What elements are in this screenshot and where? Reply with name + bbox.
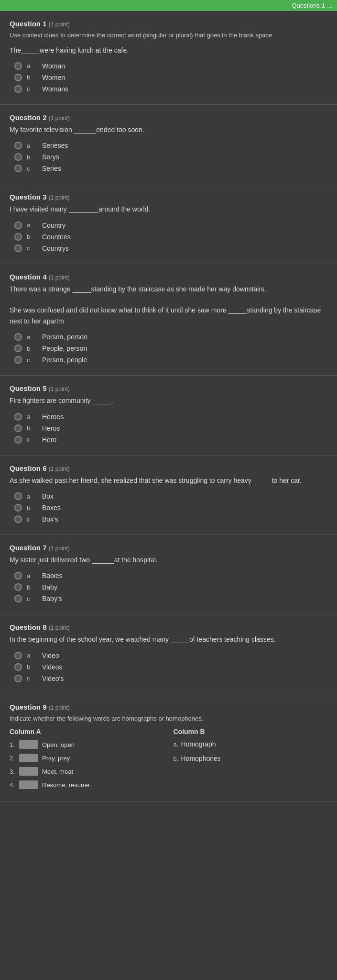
- q9-blank-1[interactable]: [19, 740, 38, 749]
- q3-radio-a[interactable]: [14, 222, 22, 229]
- q4-option-text-c: Person, people: [42, 356, 87, 364]
- q3-points: (1 point): [49, 194, 70, 201]
- q5-radio-a[interactable]: [14, 413, 22, 421]
- q6-radio-a[interactable]: [14, 492, 22, 500]
- q7-title: Question 7 (1 point): [10, 544, 327, 552]
- q3-title: Question 3 (1 point): [10, 193, 327, 201]
- q1-radio-b[interactable]: [14, 74, 22, 81]
- q3-prompt: I have visited many ________around the w…: [10, 204, 327, 214]
- q4-radio-c[interactable]: [14, 356, 22, 364]
- q3-option-b[interactable]: bCountries: [14, 233, 327, 241]
- q2-option-label-c: c: [27, 165, 33, 172]
- q9-answer-label-1: a.: [174, 741, 181, 748]
- q8-option-b[interactable]: bVideos: [14, 663, 327, 671]
- q4-option-text-b: People, person: [42, 345, 87, 352]
- q5-radio-b[interactable]: [14, 424, 22, 432]
- q8-radio-c[interactable]: [14, 675, 22, 682]
- q6-option-b[interactable]: bBoxes: [14, 504, 327, 512]
- q5-title: Question 5 (1 point): [10, 384, 327, 392]
- q7-points: (1 point): [49, 545, 70, 552]
- q1-options: aWomanbWomencWomans: [10, 62, 327, 93]
- q7-option-c[interactable]: cBaby's: [14, 595, 327, 602]
- q9-row-num-4: 4.: [10, 781, 19, 789]
- q8-option-c[interactable]: cVideo's: [14, 675, 327, 682]
- q2-option-c[interactable]: cSeries: [14, 165, 327, 172]
- question-q1-block: Question 1 (1 point)Use context clues to…: [0, 11, 337, 105]
- q6-option-label-c: c: [27, 516, 33, 523]
- q2-option-b[interactable]: bSerys: [14, 153, 327, 161]
- q5-radio-c[interactable]: [14, 436, 22, 444]
- q5-option-text-a: Heroes: [42, 413, 64, 421]
- q7-option-b[interactable]: bBaby: [14, 583, 327, 591]
- q7-option-label-b: b: [27, 584, 33, 591]
- q5-option-b[interactable]: bHeros: [14, 424, 327, 432]
- q2-option-a[interactable]: aSerieses: [14, 142, 327, 149]
- question-q5-block: Question 5 (1 point)Fire fighters are co…: [0, 376, 337, 455]
- q9-answer-text-1: Homograph: [181, 740, 216, 748]
- q4-option-a[interactable]: aPerson, person: [14, 333, 327, 341]
- q3-option-label-c: c: [27, 245, 33, 252]
- q6-number: Question 6: [10, 464, 47, 472]
- q5-option-a[interactable]: aHeroes: [14, 413, 327, 421]
- q3-radio-c[interactable]: [14, 245, 22, 252]
- q3-radio-b[interactable]: [14, 233, 22, 241]
- q2-option-text-b: Serys: [42, 153, 59, 161]
- q1-radio-a[interactable]: [14, 62, 22, 70]
- q8-option-a[interactable]: aVideo: [14, 652, 327, 659]
- q5-option-c[interactable]: cHero: [14, 436, 327, 444]
- q9-column-b: Column B a.Homographb.Homophones: [174, 728, 328, 794]
- question-q2-block: Question 2 (1 point)My favorite televisi…: [0, 105, 337, 184]
- q8-option-text-b: Videos: [42, 663, 63, 671]
- q7-option-text-c: Baby's: [42, 595, 62, 602]
- q2-radio-a[interactable]: [14, 142, 22, 149]
- q3-option-a[interactable]: aCountry: [14, 222, 327, 229]
- q7-radio-b[interactable]: [14, 583, 22, 591]
- q9-row-1: 1.Open, open: [10, 740, 164, 749]
- q6-radio-b[interactable]: [14, 504, 22, 512]
- q9-blank-3[interactable]: [19, 767, 38, 776]
- q8-radio-a[interactable]: [14, 652, 22, 659]
- q4-option-b[interactable]: bPeople, person: [14, 345, 327, 352]
- q6-option-c[interactable]: cBox's: [14, 515, 327, 523]
- q3-option-c[interactable]: cCountrys: [14, 245, 327, 252]
- q3-options: aCountrybCountriescCountrys: [10, 222, 327, 252]
- q8-radio-b[interactable]: [14, 663, 22, 671]
- q4-option-c[interactable]: cPerson, people: [14, 356, 327, 364]
- q9-row-num-3: 3.: [10, 768, 19, 775]
- question-q8-block: Question 8 (1 point)In the beginning of …: [0, 614, 337, 694]
- q9-blank-4[interactable]: [19, 780, 38, 789]
- q7-option-a[interactable]: aBabies: [14, 572, 327, 579]
- q7-radio-c[interactable]: [14, 595, 22, 602]
- q9-answer-text-2: Homophones: [181, 755, 221, 762]
- q4-option-label-c: c: [27, 356, 33, 364]
- q2-number: Question 2: [10, 113, 47, 122]
- q6-radio-c[interactable]: [14, 515, 22, 523]
- q9-row-num-1: 1.: [10, 741, 19, 748]
- q4-radio-a[interactable]: [14, 333, 22, 341]
- q9-blank-2[interactable]: [19, 754, 38, 762]
- q1-option-c[interactable]: cWomans: [14, 85, 327, 93]
- q3-option-label-a: a: [27, 222, 33, 229]
- q2-prompt: My favorite television ______ended too s…: [10, 124, 327, 135]
- q9-points: (1 point): [49, 704, 70, 711]
- q9-col-b-header: Column B: [174, 728, 328, 735]
- top-bar-label: Questions 1-...: [292, 2, 332, 9]
- q4-options: aPerson, personbPeople, personcPerson, p…: [10, 333, 327, 364]
- q1-option-text-a: Woman: [42, 62, 65, 70]
- q7-radio-a[interactable]: [14, 572, 22, 579]
- q1-option-a[interactable]: aWoman: [14, 62, 327, 70]
- q9-row-3: 3.Meet, meat: [10, 767, 164, 776]
- q1-instruction: Use context clues to determine the corre…: [10, 31, 327, 40]
- q9-row-num-2: 2.: [10, 755, 19, 762]
- q6-option-a[interactable]: aBox: [14, 492, 327, 500]
- q5-options: aHeroesbHeroscHero: [10, 413, 327, 444]
- q2-radio-b[interactable]: [14, 153, 22, 161]
- q2-radio-c[interactable]: [14, 165, 22, 172]
- q6-prompt: As she walked past her friend, she reali…: [10, 475, 327, 486]
- q9-column-a: Column A 1.Open, open2.Pray, prey3.Meet,…: [10, 728, 164, 794]
- q4-radio-b[interactable]: [14, 345, 22, 352]
- q4-option-label-a: a: [27, 334, 33, 341]
- q1-option-b[interactable]: bWomen: [14, 74, 327, 81]
- q6-points: (1 point): [49, 466, 70, 472]
- q1-radio-c[interactable]: [14, 85, 22, 93]
